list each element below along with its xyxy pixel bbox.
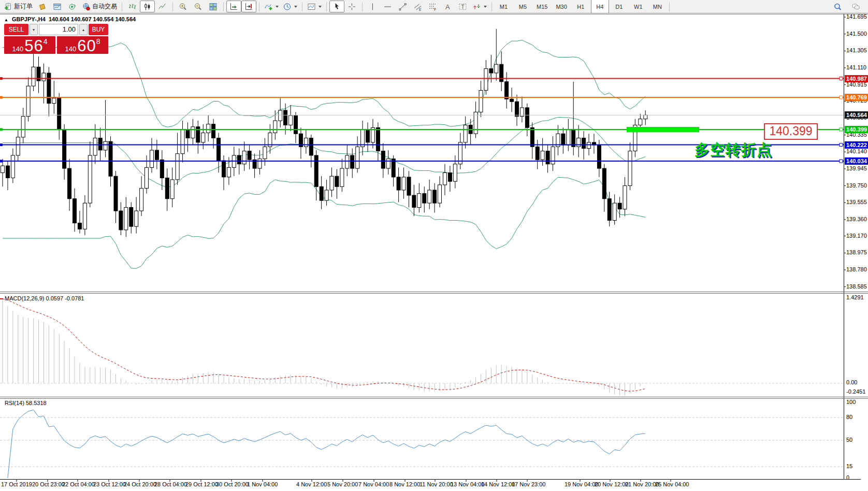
- candle-body: [21, 117, 25, 137]
- candle-body: [438, 185, 442, 203]
- candle-body: [443, 173, 447, 185]
- candle-body: [530, 127, 534, 147]
- candle-body: [1, 166, 5, 172]
- line-handle[interactable]: [840, 77, 843, 80]
- candle-body: [330, 176, 334, 190]
- candle-body: [73, 199, 77, 223]
- candle-body: [597, 145, 601, 168]
- candle-body: [289, 115, 293, 125]
- line-handle[interactable]: [0, 160, 3, 163]
- mt4-terminal: { "toolbar": { "new_order_label": "新订单",…: [0, 0, 868, 491]
- candle-body: [335, 176, 339, 186]
- volume-input[interactable]: 1.00: [39, 24, 78, 35]
- buy-price-base: 140: [65, 45, 77, 53]
- chart-title: ▲ GBPJPY-,H4 140.604 140.607 140.554 140…: [4, 16, 136, 22]
- highlight-trend-segment[interactable]: [627, 127, 699, 132]
- candle-body: [325, 190, 328, 200]
- candle-body: [114, 176, 118, 211]
- buy-price-pip: 8: [96, 38, 100, 45]
- candle-body: [623, 186, 627, 209]
- turning-point-annotation[interactable]: 多空转折点: [695, 140, 772, 161]
- candle-body: [505, 82, 509, 99]
- price-tag-annotation[interactable]: 140.399: [764, 123, 818, 140]
- candle-body: [88, 155, 92, 203]
- line-handle[interactable]: [840, 96, 843, 99]
- line-handle[interactable]: [840, 160, 843, 163]
- candle-body: [160, 160, 164, 178]
- candle-body: [484, 69, 488, 91]
- candle-body: [618, 203, 621, 209]
- candle-body: [309, 138, 313, 156]
- rsi-indicator-label: RSI(14) 58.5318: [5, 400, 47, 406]
- candle-body: [63, 129, 66, 168]
- line-handle[interactable]: [0, 128, 3, 131]
- macd-indicator-label: MACD(12,26,9) 0.0597 -0.0781: [5, 295, 84, 301]
- chart-canvas[interactable]: [0, 0, 868, 491]
- candle-body: [129, 207, 133, 226]
- candle-body: [11, 155, 15, 178]
- line-handle[interactable]: [840, 128, 843, 131]
- candle-body: [16, 137, 20, 155]
- line-handle[interactable]: [0, 143, 3, 146]
- candle-body: [32, 67, 35, 86]
- candle-body: [397, 177, 400, 190]
- candle-body: [479, 91, 483, 112]
- candle-body: [423, 194, 426, 203]
- candle-body: [186, 129, 190, 138]
- candle-body: [500, 64, 503, 82]
- candle-body: [109, 141, 112, 176]
- candle-body: [381, 151, 385, 169]
- bollinger-band-line: [3, 177, 645, 268]
- candle-body: [607, 199, 611, 221]
- candle-body: [386, 159, 390, 168]
- candle-body: [135, 211, 138, 226]
- candle-body: [628, 151, 632, 186]
- candle-body: [83, 203, 86, 229]
- candle-body: [191, 127, 195, 138]
- macd-signal-line: [3, 299, 645, 391]
- candle-body: [577, 138, 581, 147]
- buy-price-display[interactable]: 140 60 8: [57, 36, 108, 54]
- candle-body: [26, 86, 30, 117]
- sell-price-display[interactable]: 140 56 4: [4, 36, 55, 54]
- candle-body: [78, 223, 81, 229]
- candle-body: [351, 155, 354, 168]
- candle-body: [176, 154, 179, 180]
- candle-body: [170, 180, 174, 199]
- line-handle[interactable]: [0, 77, 3, 80]
- candle-body: [124, 207, 128, 230]
- candle-body: [582, 138, 586, 149]
- candle-body: [602, 168, 606, 199]
- candle-body: [140, 189, 143, 211]
- candle-body: [525, 108, 529, 128]
- sell-button[interactable]: SELL: [4, 24, 28, 35]
- symbol-period-label: GBPJPY-,H4: [12, 16, 46, 22]
- volume-decrease-button[interactable]: ▾: [30, 24, 38, 35]
- buy-button[interactable]: BUY: [89, 24, 108, 35]
- candle-body: [145, 167, 149, 188]
- candle-body: [541, 151, 544, 160]
- candle-body: [402, 177, 406, 190]
- candle-body: [242, 151, 246, 164]
- candle-body: [201, 133, 205, 142]
- line-handle[interactable]: [840, 143, 843, 147]
- candle-body: [453, 164, 457, 182]
- candle-body: [644, 115, 647, 119]
- candle-body: [448, 173, 452, 182]
- candle-body: [417, 194, 421, 208]
- candle-body: [376, 127, 380, 151]
- candle-body: [279, 110, 282, 121]
- candle-body: [258, 159, 262, 168]
- candle-body: [227, 167, 230, 177]
- candle-body: [237, 155, 241, 164]
- sell-price-pip: 4: [44, 38, 48, 45]
- candle-body: [639, 119, 642, 125]
- candle-body: [273, 121, 277, 133]
- candle-body: [119, 211, 123, 230]
- candle-body: [93, 138, 97, 156]
- volume-increase-button[interactable]: ▴: [79, 24, 88, 35]
- candle-body: [345, 155, 349, 168]
- candle-body: [98, 138, 102, 150]
- line-handle[interactable]: [0, 96, 3, 99]
- candle-body: [68, 168, 71, 199]
